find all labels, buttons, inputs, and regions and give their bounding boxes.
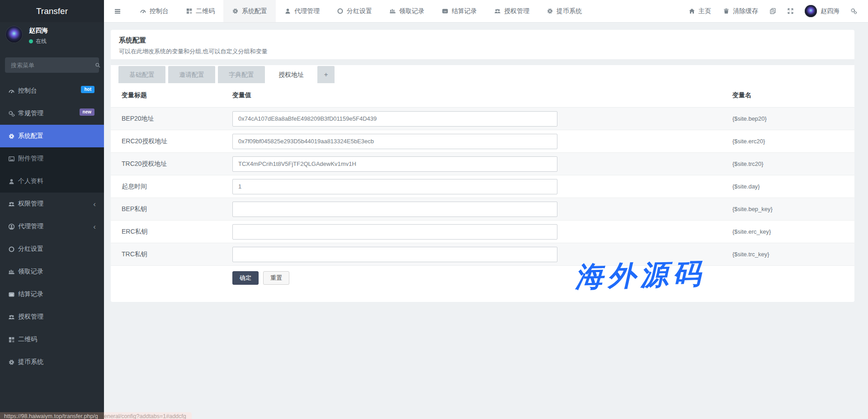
- nav-label: 二维码: [196, 7, 215, 15]
- nav-system-config[interactable]: 系统配置: [223, 0, 276, 22]
- stream-icon: [389, 8, 396, 14]
- nav-label: 分红设置: [347, 7, 372, 15]
- sidebar-item-label: 提币系统: [18, 358, 43, 366]
- docs-button[interactable]: [764, 8, 782, 14]
- sidebar-item-auth-manage[interactable]: 授权管理: [0, 306, 104, 328]
- nav-dividend-setting[interactable]: 分红设置: [328, 0, 381, 22]
- sidebar: Transfer 赵四海 在线 控制台hot常规管理new系统配置附件管理个人资…: [0, 0, 104, 419]
- tab-add-tab[interactable]: +: [317, 66, 335, 83]
- sidebar-user-status: 在线: [29, 38, 47, 45]
- nav-auth-manage[interactable]: 授权管理: [486, 0, 538, 22]
- sidebar-item-profile[interactable]: 个人资料: [0, 170, 104, 193]
- gear-icon: [547, 8, 553, 14]
- tab-invite-config[interactable]: 邀请配置: [168, 66, 215, 83]
- gear-icon: [8, 359, 15, 366]
- config-value-input[interactable]: [232, 202, 557, 217]
- reset-button[interactable]: 重置: [263, 271, 289, 285]
- tab-dict-config[interactable]: 字典配置: [218, 66, 265, 83]
- sidebar-item-claim-records[interactable]: 领取记录: [0, 260, 104, 283]
- nav-withdraw-system[interactable]: 提币系统: [538, 0, 590, 22]
- qr-icon: [186, 8, 193, 14]
- sidebar-item-label: 授权管理: [18, 313, 43, 321]
- sidebar-item-dividend-setting[interactable]: 分红设置: [0, 238, 104, 260]
- config-value-input[interactable]: [232, 247, 557, 262]
- config-value-input[interactable]: [232, 111, 557, 127]
- col-title: 变量标题: [122, 91, 232, 99]
- nav-claim-records[interactable]: 领取记录: [381, 0, 433, 22]
- home-button[interactable]: 主页: [683, 7, 717, 15]
- config-value-input[interactable]: [232, 134, 557, 149]
- sidebar-item-permission-manage[interactable]: 权限管理‹: [0, 193, 104, 215]
- user-menu[interactable]: 赵四海: [799, 5, 845, 17]
- avatar[interactable]: [5, 26, 23, 43]
- top-menu: 控制台二维码系统配置代理管理分红设置领取记录cs结算记录授权管理提币系统: [131, 0, 590, 22]
- user-circle-icon: [8, 223, 15, 230]
- col-value: 变量值: [232, 91, 732, 99]
- app-root: Transfer 赵四海 在线 控制台hot常规管理new系统配置附件管理个人资…: [0, 0, 868, 419]
- sidebar-item-label: 领取记录: [18, 268, 43, 276]
- table-row: TRC私钥{$site.trc_key}: [111, 243, 854, 266]
- sidebar-item-agent-manage[interactable]: 代理管理‹: [0, 215, 104, 238]
- user-icon: [284, 8, 291, 14]
- var-name: {$site.trc_key}: [732, 251, 854, 258]
- new-badge: new: [80, 108, 94, 116]
- home-icon: [689, 8, 695, 14]
- link-preview-light: eneral/config?addtabs=1#addcfg: [104, 412, 192, 419]
- hamburger-icon: [114, 8, 121, 15]
- nav-settle-records[interactable]: cs结算记录: [433, 0, 486, 22]
- hot-badge: hot: [81, 86, 94, 93]
- config-value-input[interactable]: [232, 224, 557, 240]
- config-table: 变量标题 变量值 变量名 BEP20地址{$site.bep20}ERC20授权…: [111, 83, 854, 285]
- sidebar-item-withdraw-system[interactable]: 提币系统: [0, 351, 104, 373]
- sidebar-item-settle-records[interactable]: cs结算记录: [0, 283, 104, 306]
- col-var: 变量名: [732, 91, 854, 99]
- var-title: ERC私钥: [122, 228, 232, 236]
- sidebar-item-label: 代理管理: [18, 222, 43, 231]
- cs-icon: cs: [8, 291, 15, 298]
- submit-button[interactable]: 确定: [232, 271, 259, 285]
- sidebar-item-console[interactable]: 控制台hot: [0, 80, 104, 102]
- nav-qrcode[interactable]: 二维码: [177, 0, 223, 22]
- sidebar-item-system-config[interactable]: 系统配置: [0, 125, 104, 147]
- settings-button[interactable]: [845, 8, 863, 14]
- topnav-username: 赵四海: [821, 7, 840, 15]
- avatar: [805, 5, 817, 17]
- heading-divider: [111, 59, 854, 65]
- nav-agent-manage[interactable]: 代理管理: [276, 0, 328, 22]
- sidebar-item-label: 系统配置: [18, 132, 43, 140]
- table-row: TRC20授权地址{$site.trc20}: [111, 153, 854, 175]
- var-name: {$site.day}: [732, 183, 854, 190]
- clear-cache-button[interactable]: 清除缓存: [717, 7, 764, 15]
- cogs-icon: [850, 8, 857, 14]
- var-value-cell: [232, 179, 732, 194]
- chevron-left-icon: ‹: [93, 223, 96, 231]
- tab-basic-config[interactable]: 基础配置: [118, 66, 165, 83]
- form-actions: 确定 重置: [232, 271, 854, 285]
- qr-icon: [8, 336, 15, 343]
- var-title: ERC20授权地址: [122, 137, 232, 146]
- var-value-cell: [232, 247, 732, 262]
- image-icon: [8, 155, 15, 162]
- nav-label: 控制台: [150, 7, 169, 15]
- config-value-input[interactable]: [232, 156, 557, 172]
- config-value-input[interactable]: [232, 179, 557, 194]
- sidebar-item-label: 个人资料: [18, 177, 43, 185]
- tab-auth-address[interactable]: 授权地址: [268, 66, 315, 83]
- sidebar-menu: 控制台hot常规管理new系统配置附件管理个人资料权限管理‹代理管理‹分红设置领…: [0, 80, 104, 373]
- table-row: ERC20授权地址{$site.erc20}: [111, 130, 854, 153]
- topnav-right: 主页 清除缓存 赵四海: [683, 0, 868, 22]
- sidebar-item-qrcode[interactable]: 二维码: [0, 328, 104, 351]
- nav-console[interactable]: 控制台: [131, 0, 177, 22]
- users-icon: [8, 201, 15, 207]
- table-row: BEP20地址{$site.bep20}: [111, 108, 854, 130]
- sidebar-user-panel: 赵四海 在线: [0, 26, 104, 54]
- user-icon: [8, 178, 15, 185]
- sidebar-item-label: 附件管理: [18, 155, 43, 163]
- var-name: {$site.bep_key}: [732, 206, 854, 212]
- sidebar-toggle-button[interactable]: [104, 0, 131, 22]
- menu-search-input[interactable]: [5, 62, 95, 69]
- fullscreen-button[interactable]: [782, 8, 799, 14]
- sidebar-item-attachment-manage[interactable]: 附件管理: [0, 147, 104, 170]
- page-subtitle: 可以在此增改系统的变量和分组,也可以自定义分组和变量: [119, 47, 846, 56]
- sidebar-item-general-manage[interactable]: 常规管理new: [0, 102, 104, 125]
